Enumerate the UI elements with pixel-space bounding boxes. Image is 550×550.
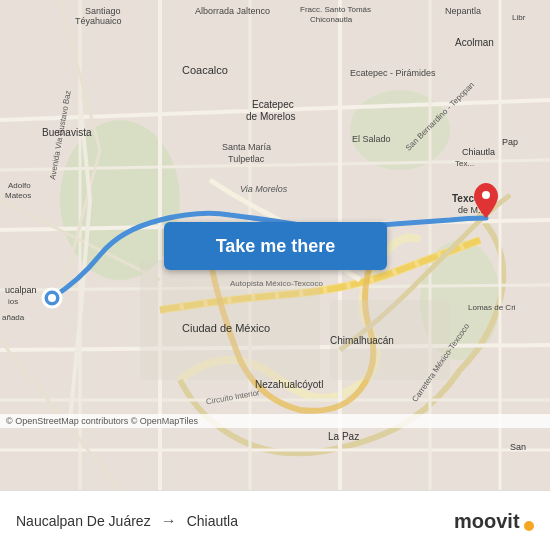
route-from-label: Naucalpan De Juárez (16, 513, 151, 529)
svg-text:Alborrada Jaltenco: Alborrada Jaltenco (195, 6, 270, 16)
svg-rect-19 (140, 260, 320, 380)
svg-text:Ecatepec - Pirámides: Ecatepec - Pirámides (350, 68, 436, 78)
svg-point-2 (350, 90, 450, 170)
take-me-there-button[interactable]: Take me there (164, 222, 387, 270)
svg-text:Adolfo: Adolfo (8, 181, 31, 190)
svg-text:Santa María: Santa María (222, 142, 271, 152)
map-container: Santiago Téyahuaico Alborrada Jaltenco F… (0, 0, 550, 490)
svg-text:Libr: Libr (512, 13, 526, 22)
svg-text:Tulpetlac: Tulpetlac (228, 154, 265, 164)
svg-point-63 (524, 521, 534, 531)
svg-text:San: San (510, 442, 526, 452)
svg-text:Via Morelos: Via Morelos (240, 184, 288, 194)
svg-text:Nezahualcóyotl: Nezahualcóyotl (255, 379, 323, 390)
svg-text:Tex...: Tex... (455, 159, 474, 168)
svg-text:ios: ios (8, 297, 18, 306)
moovit-logo-svg: moovit (454, 506, 534, 536)
svg-text:Ecatepec: Ecatepec (252, 99, 294, 110)
svg-text:Ciudad de México: Ciudad de México (182, 322, 270, 334)
svg-text:añada: añada (2, 313, 25, 322)
svg-text:Mateos: Mateos (5, 191, 31, 200)
route-info: Naucalpan De Juárez → Chiautla (16, 512, 238, 530)
svg-text:Chimalhuacán: Chimalhuacán (330, 335, 394, 346)
svg-text:Autopista México-Texcoco: Autopista México-Texcoco (230, 279, 323, 288)
bottom-bar: Naucalpan De Juárez → Chiautla moovit (0, 490, 550, 550)
svg-text:Chiconautla: Chiconautla (310, 15, 353, 24)
map-attribution: © OpenStreetMap contributors © OpenMapTi… (0, 414, 550, 428)
svg-text:Acolman: Acolman (455, 37, 494, 48)
svg-point-61 (482, 191, 490, 199)
svg-text:Nepantla: Nepantla (445, 6, 481, 16)
svg-text:Buenavista: Buenavista (42, 127, 92, 138)
svg-text:de Morelos: de Morelos (246, 111, 295, 122)
svg-text:Chiautla: Chiautla (462, 147, 495, 157)
route-arrow-icon: → (161, 512, 177, 530)
svg-text:moovit: moovit (454, 510, 520, 532)
svg-text:Pap: Pap (502, 137, 518, 147)
svg-text:El Salado: El Salado (352, 134, 391, 144)
svg-text:Lomas de Cri: Lomas de Cri (468, 303, 516, 312)
attribution-text: © OpenStreetMap contributors © OpenMapTi… (6, 416, 198, 426)
svg-point-60 (48, 294, 56, 302)
moovit-logo: moovit (454, 506, 534, 536)
svg-text:Coacalco: Coacalco (182, 64, 228, 76)
svg-text:Santiago: Santiago (85, 6, 121, 16)
svg-text:Téyahuaico: Téyahuaico (75, 16, 122, 26)
svg-text:Fracc. Santo Tomás: Fracc. Santo Tomás (300, 5, 371, 14)
route-to-label: Chiautla (187, 513, 238, 529)
svg-text:La Paz: La Paz (328, 431, 359, 442)
svg-text:ucalpan: ucalpan (5, 285, 37, 295)
